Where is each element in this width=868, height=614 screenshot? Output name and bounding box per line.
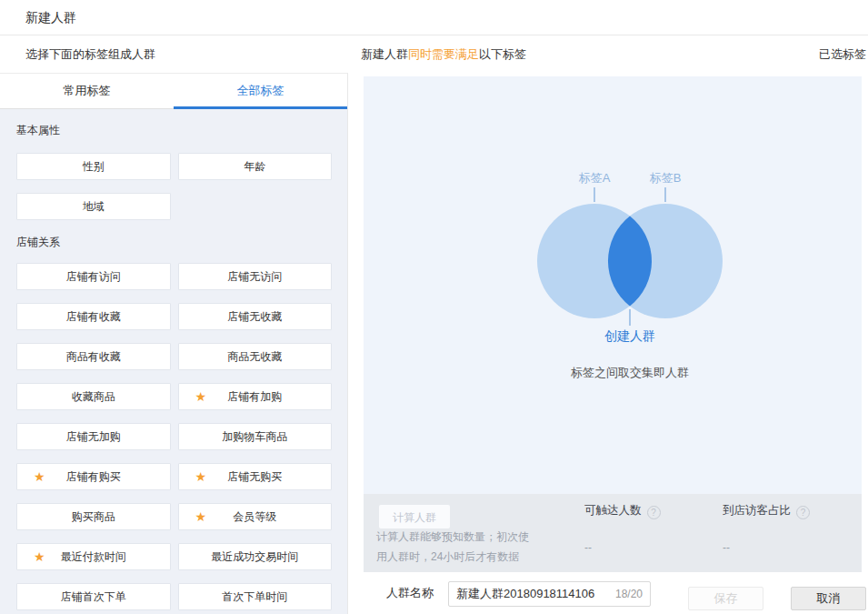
tag-button[interactable]: 地域 <box>16 193 171 220</box>
tag-button[interactable]: 店铺有收藏 <box>16 303 171 330</box>
tag-label: 店铺有购买 <box>66 470 121 483</box>
tag-button[interactable]: 商品有收藏 <box>16 343 171 370</box>
venn-label-a: 标签A <box>579 170 611 186</box>
venn-label-b: 标签B <box>650 170 682 186</box>
calculate-audience-button[interactable]: 计算人群 <box>379 505 450 528</box>
tag-grid: 店铺有访问店铺无访问店铺有收藏店铺无收藏商品有收藏商品无收藏收藏商品★店铺有加购… <box>16 263 332 610</box>
tag-label: 店铺有访问 <box>66 270 121 283</box>
group-title: 店铺关系 <box>16 235 332 250</box>
tag-label: 店铺首次下单 <box>61 590 126 603</box>
selected-tags-link[interactable]: 已选标签 <box>819 35 866 73</box>
metric-label: 可触达人数 <box>584 504 642 517</box>
venn-diagram <box>364 76 862 494</box>
footer-bar: 人群名称 新建人群20180918114106 18/20 保存 取消 <box>364 572 868 614</box>
audience-name-label: 人群名称 <box>386 572 434 614</box>
star-icon: ★ <box>34 544 45 569</box>
tag-label: 店铺有收藏 <box>66 310 121 323</box>
calculate-note-line2: 用人群时，24小时后才有数据 <box>376 547 529 567</box>
tag-button[interactable]: 店铺无收藏 <box>178 303 333 330</box>
tag-button[interactable]: ★会员等级 <box>178 503 333 530</box>
venn-caption: 标签之间取交集即人群 <box>571 365 689 381</box>
tag-label: 店铺无访问 <box>227 270 282 283</box>
calculate-note: 计算人群能够预知数量；初次使 用人群时，24小时后才有数据 <box>376 527 529 567</box>
tag-button[interactable]: 店铺首次下单 <box>16 583 171 610</box>
tag-button[interactable]: ★最近付款时间 <box>16 543 171 570</box>
tag-label: 加购物车商品 <box>222 430 287 443</box>
dialog-titlebar: 新建人群 <box>0 0 868 35</box>
save-button[interactable]: 保存 <box>688 587 763 610</box>
calculate-note-line1: 计算人群能够预知数量；初次使 <box>376 527 529 547</box>
tag-button[interactable]: 最近成功交易时间 <box>178 543 333 570</box>
star-icon: ★ <box>34 464 45 489</box>
star-icon: ★ <box>195 504 207 529</box>
metric-value: -- <box>723 541 810 554</box>
dialog-title: 新建人群 <box>25 0 76 35</box>
help-icon[interactable]: ? <box>796 506 810 519</box>
help-icon[interactable]: ? <box>647 506 661 519</box>
stats-strip: 计算人群 计算人群能够预知数量；初次使 用人群时，24小时后才有数据 可触达人数… <box>364 494 862 572</box>
tag-label: 商品有收藏 <box>66 350 121 363</box>
star-icon: ★ <box>195 384 207 409</box>
tag-label: 最近成功交易时间 <box>211 550 298 563</box>
char-counter: 18/20 <box>610 588 643 600</box>
tag-button[interactable]: ★店铺有加购 <box>178 383 333 410</box>
tag-button[interactable]: 购买商品 <box>16 503 171 530</box>
metric-store-visitor-ratio: 到店访客占比? -- <box>723 503 810 554</box>
tag-button[interactable]: 商品无收藏 <box>178 343 333 370</box>
tag-label: 店铺无加购 <box>66 430 121 443</box>
tag-button[interactable]: ★店铺有购买 <box>16 463 171 490</box>
tab-all-tags[interactable]: 全部标签 <box>174 74 347 108</box>
tag-button[interactable]: ★店铺无购买 <box>178 463 333 490</box>
tag-button[interactable]: 性别 <box>16 153 171 180</box>
tag-label: 性别 <box>83 160 105 173</box>
tag-tabs: 常用标签 全部标签 <box>0 73 348 109</box>
metric-label: 到店访客占比 <box>723 504 791 517</box>
group-title: 基本属性 <box>16 123 332 138</box>
tag-label: 首次下单时间 <box>222 590 287 603</box>
caption-suffix: 以下标签 <box>479 47 526 61</box>
right-panel-caption: 新建人群同时需要满足以下标签 <box>361 35 526 73</box>
audience-name-value: 新建人群20180918114106 <box>456 586 594 602</box>
subheader-row: 选择下面的标签组成人群 新建人群同时需要满足以下标签 已选标签 <box>0 35 868 73</box>
tag-label: 购买商品 <box>72 510 115 523</box>
tag-button[interactable]: 首次下单时间 <box>178 583 333 610</box>
tag-label: 收藏商品 <box>72 390 115 403</box>
caption-prefix: 新建人群 <box>361 47 408 61</box>
tag-label: 会员等级 <box>233 510 276 523</box>
star-icon: ★ <box>195 464 207 489</box>
venn-result-label: 创建人群 <box>604 328 655 345</box>
left-panel-caption: 选择下面的标签组成人群 <box>25 35 155 73</box>
tag-button[interactable]: 年龄 <box>178 153 333 180</box>
venn-panel: 标签A 标签B 创建人群 标签之间取交集即人群 <box>364 76 862 494</box>
tag-button[interactable]: 加购物车商品 <box>178 423 333 450</box>
metric-value: -- <box>584 541 661 554</box>
tag-label: 年龄 <box>244 160 265 173</box>
tag-label: 店铺无收藏 <box>227 310 282 323</box>
audience-name-input[interactable]: 新建人群20180918114106 18/20 <box>448 581 651 607</box>
tag-groups: 基本属性性别年龄地域店铺关系店铺有访问店铺无访问店铺有收藏店铺无收藏商品有收藏商… <box>0 109 348 614</box>
tag-button[interactable]: 店铺无访问 <box>178 263 333 290</box>
tag-button[interactable]: 店铺无加购 <box>16 423 171 450</box>
cancel-button[interactable]: 取消 <box>791 587 866 610</box>
tag-button[interactable]: 店铺有访问 <box>16 263 171 290</box>
tag-button[interactable]: 收藏商品 <box>16 383 171 410</box>
caption-highlight: 同时需要满足 <box>408 47 479 61</box>
tag-label: 店铺有加购 <box>227 390 282 403</box>
tag-label: 商品无收藏 <box>227 350 282 363</box>
metric-reachable-count: 可触达人数? -- <box>584 503 661 554</box>
tag-label: 地域 <box>83 200 105 213</box>
tab-common-tags[interactable]: 常用标签 <box>0 74 174 108</box>
tag-label: 店铺无购买 <box>227 470 282 483</box>
tag-grid: 性别年龄地域 <box>16 153 332 220</box>
tag-label: 最近付款时间 <box>61 550 126 563</box>
